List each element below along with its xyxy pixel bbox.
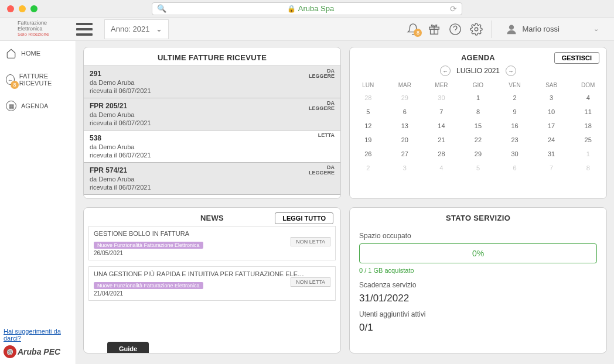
sidebar-item-label: FATTURE RICEVUTE: [19, 73, 70, 87]
refresh-icon[interactable]: ⟳: [450, 4, 457, 13]
calendar-cell[interactable]: 19: [350, 133, 387, 147]
leggi-tutto-button[interactable]: LEGGI TUTTO: [275, 212, 333, 224]
fattura-item[interactable]: 291 da Demo Aruba ricevuta il 06/07/2021…: [84, 66, 340, 98]
card-agenda: AGENDA GESTISCI ← LUGLIO 2021 → LUNMARME…: [349, 47, 607, 199]
news-item[interactable]: UNA GESTIONE PIÙ RAPIDA E INTUITIVA PER …: [88, 266, 336, 301]
calendar-cell[interactable]: 10: [533, 105, 570, 119]
maximize-window-icon[interactable]: [30, 5, 37, 12]
calendar-day-header: SAB: [533, 80, 570, 91]
news-item[interactable]: GESTIONE BOLLO IN FATTURA Nuove Funziona…: [88, 226, 336, 260]
calendar-cell[interactable]: 26: [350, 147, 387, 161]
calendar-cell[interactable]: 29: [387, 91, 424, 105]
calendar-cell[interactable]: 4: [423, 161, 460, 175]
settings-icon[interactable]: [470, 23, 483, 36]
fattura-item[interactable]: FPR 574/21 da Demo Aruba ricevuta il 06/…: [84, 163, 340, 195]
calendar-cell[interactable]: 30: [423, 91, 460, 105]
next-month-icon[interactable]: →: [506, 66, 516, 76]
calendar-cell[interactable]: 5: [460, 161, 497, 175]
aruba-pec-logo: @ Aruba PEC: [4, 345, 72, 358]
calendar-cell[interactable]: 31: [533, 147, 570, 161]
calendar-cell[interactable]: 12: [350, 119, 387, 133]
gift-icon[interactable]: [428, 23, 441, 36]
help-icon[interactable]: [449, 23, 462, 36]
fattura-date: ricevuta il 06/07/2021: [90, 184, 335, 191]
feedback-link[interactable]: Hai suggerimenti da darci?: [4, 328, 72, 342]
topbar: Fatturazione Elettronica Solo Ricezione …: [0, 18, 614, 41]
calendar-cell[interactable]: 8: [460, 105, 497, 119]
calendar-cell[interactable]: 21: [423, 133, 460, 147]
calendar-cell[interactable]: 14: [423, 119, 460, 133]
guide-button[interactable]: Guide: [107, 342, 149, 353]
calendar-cell[interactable]: 3: [533, 91, 570, 105]
news-date: 26/05/2021: [94, 250, 330, 256]
fattura-number: FPR 574/21: [90, 166, 335, 174]
calendar-day-header: MER: [423, 80, 460, 91]
calendar-cell[interactable]: 27: [387, 147, 424, 161]
calendar-cell[interactable]: 7: [533, 161, 570, 175]
fattura-item[interactable]: 538 da Demo Aruba ricevuta il 06/07/2021…: [84, 131, 340, 163]
user-name: Mario rossi: [522, 25, 560, 33]
calendar-cell[interactable]: 1: [569, 147, 606, 161]
calendar-cell[interactable]: 2: [350, 161, 387, 175]
hamburger-menu-icon[interactable]: [76, 23, 93, 36]
minimize-window-icon[interactable]: [19, 5, 26, 12]
utenti-label: Utenti aggiuntivi attivi: [359, 310, 597, 318]
calendar-icon: ▦: [6, 101, 16, 111]
calendar-cell[interactable]: 11: [569, 105, 606, 119]
at-icon: @: [4, 345, 16, 358]
calendar-cell[interactable]: 15: [460, 119, 497, 133]
window-titlebar: 🔍 🔒Aruba Spa ⟳: [0, 0, 614, 18]
calendar-cell[interactable]: 7: [423, 105, 460, 119]
year-dropdown[interactable]: Anno: 2021 ⌄: [104, 19, 169, 39]
calendar-cell[interactable]: 6: [387, 105, 424, 119]
calendar-cell[interactable]: 3: [387, 161, 424, 175]
gestisci-button[interactable]: GESTISCI: [554, 52, 599, 64]
sidebar-item-fatture-ricevute[interactable]: ← FATTURE RICEVUTE 8: [0, 66, 76, 94]
close-window-icon[interactable]: [7, 5, 14, 12]
calendar-day-header: DOM: [569, 80, 606, 91]
calendar-cell[interactable]: 28: [423, 147, 460, 161]
calendar-cell[interactable]: 2: [496, 91, 533, 105]
calendar-cell[interactable]: 23: [496, 133, 533, 147]
calendar-cell[interactable]: 30: [496, 147, 533, 161]
main-content: ULTIME FATTURE RICEVUTE 291 da Demo Arub…: [76, 41, 614, 364]
calendar-cell[interactable]: 1: [460, 91, 497, 105]
calendar-body: 2829301234567891011121314151617181920212…: [350, 91, 606, 175]
fattura-status: DALEGGERE: [309, 68, 335, 79]
calendar-day-header: VEN: [496, 80, 533, 91]
calendar-cell[interactable]: 9: [496, 105, 533, 119]
calendar-cell[interactable]: 29: [460, 147, 497, 161]
calendar-cell[interactable]: 20: [387, 133, 424, 147]
calendar-cell[interactable]: 22: [460, 133, 497, 147]
storage-quota: 0 / 1 GB acquistato: [359, 267, 597, 274]
news-title: GESTIONE BOLLO IN FATTURA: [94, 230, 330, 237]
calendar-cell[interactable]: 5: [350, 105, 387, 119]
calendar-cell[interactable]: 25: [569, 133, 606, 147]
user-menu[interactable]: Mario rossi ⌄: [500, 23, 607, 35]
fattura-date: ricevuta il 06/07/2021: [90, 152, 335, 159]
calendar-cell[interactable]: 17: [533, 119, 570, 133]
calendar-cell[interactable]: 18: [569, 119, 606, 133]
sidebar-item-label: AGENDA: [21, 102, 48, 109]
brand-logo: Fatturazione Elettronica Solo Ricezione: [0, 20, 76, 37]
prev-month-icon[interactable]: ←: [440, 66, 451, 76]
address-bar[interactable]: 🔍 🔒Aruba Spa ⟳: [152, 2, 462, 15]
fatture-list[interactable]: 291 da Demo Aruba ricevuta il 06/07/2021…: [84, 66, 340, 195]
news-tag: Nuove Funzionalità Fatturazione Elettron…: [94, 242, 203, 249]
fattura-item[interactable]: FPR 205/21 da Demo Aruba ricevuta il 06/…: [84, 98, 340, 131]
sidebar-item-home[interactable]: HOME: [0, 41, 76, 66]
storage-progress: 0%: [359, 243, 597, 263]
calendar-cell[interactable]: 24: [533, 133, 570, 147]
notifications-icon[interactable]: 8: [407, 23, 419, 36]
sidebar-item-agenda[interactable]: ▦ AGENDA: [0, 94, 76, 118]
fattura-date: ricevuta il 06/07/2021: [90, 87, 335, 94]
calendar-cell[interactable]: 13: [387, 119, 424, 133]
traffic-lights: [7, 5, 37, 12]
fattura-from: da Demo Aruba: [90, 111, 335, 118]
calendar-cell[interactable]: 16: [496, 119, 533, 133]
calendar-cell[interactable]: 6: [496, 161, 533, 175]
fattura-from: da Demo Aruba: [90, 143, 335, 150]
calendar-cell[interactable]: 28: [350, 91, 387, 105]
calendar-cell[interactable]: 4: [569, 91, 606, 105]
calendar-cell[interactable]: 8: [569, 161, 606, 175]
